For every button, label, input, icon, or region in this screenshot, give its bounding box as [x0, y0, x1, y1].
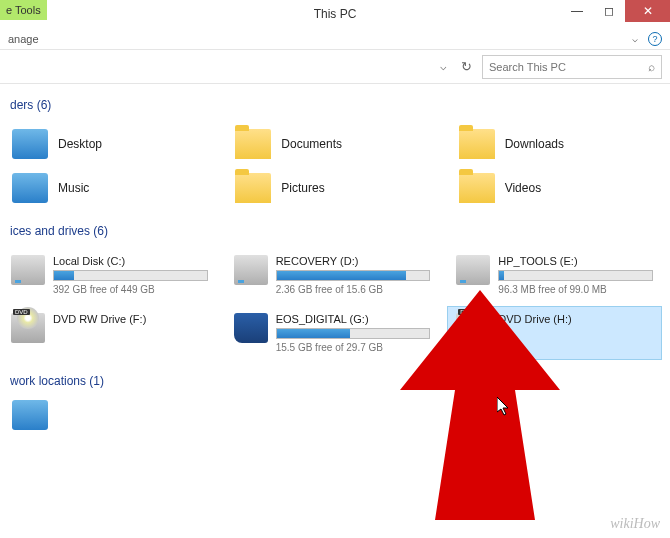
ribbon-expand-icon[interactable]: ⌵	[632, 33, 638, 44]
drive-info: 392 GB free of 449 GB	[53, 284, 208, 295]
folder-label: Desktop	[58, 137, 102, 151]
titlebar: e Tools This PC — ◻ ✕	[0, 0, 670, 28]
drive-name: EOS_DIGITAL (G:)	[276, 313, 431, 325]
drive-dvd-h[interactable]: DVD DVD Drive (H:)	[447, 306, 662, 360]
drive-usage-bar	[276, 270, 431, 281]
dvd-icon: DVD	[456, 313, 490, 343]
drive-name: Local Disk (C:)	[53, 255, 208, 267]
drives-grid: Local Disk (C:) 392 GB free of 449 GB RE…	[0, 242, 670, 370]
dropdown-icon[interactable]: ⌵	[436, 58, 451, 75]
drive-info: 2.36 GB free of 15.6 GB	[276, 284, 431, 295]
search-box[interactable]: ⌕	[482, 55, 662, 79]
watermark: wikiHow	[610, 516, 660, 532]
folder-icon	[459, 129, 495, 159]
hdd-icon	[11, 255, 45, 285]
window-controls: — ◻ ✕	[561, 0, 670, 22]
sd-card-icon	[234, 313, 268, 343]
folder-icon	[235, 129, 271, 159]
drive-local-c[interactable]: Local Disk (C:) 392 GB free of 449 GB	[2, 248, 217, 302]
refresh-icon[interactable]: ↻	[457, 57, 476, 76]
folder-label: Documents	[281, 137, 342, 151]
drive-usage-bar	[498, 270, 653, 281]
desktop-icon	[12, 129, 48, 159]
search-icon[interactable]: ⌕	[648, 60, 655, 74]
drive-hptools-e[interactable]: HP_TOOLS (E:) 96.3 MB free of 99.0 MB	[447, 248, 662, 302]
folder-label: Videos	[505, 181, 541, 195]
content-area: ders (6) Desktop Documents Downloads Mus…	[0, 84, 670, 448]
help-icon[interactable]: ?	[648, 32, 662, 46]
drive-name: DVD RW Drive (F:)	[53, 313, 208, 325]
maximize-button[interactable]: ◻	[593, 0, 625, 22]
menubar: anage ⌵ ?	[0, 28, 670, 50]
folder-label: Downloads	[505, 137, 564, 151]
folder-pictures[interactable]: Pictures	[223, 166, 446, 210]
folder-music[interactable]: Music	[0, 166, 223, 210]
folder-videos[interactable]: Videos	[447, 166, 670, 210]
drive-name: DVD Drive (H:)	[498, 313, 653, 325]
hdd-icon	[456, 255, 490, 285]
ribbon-tab-tools[interactable]: e Tools	[0, 0, 47, 20]
drive-dvdrw-f[interactable]: DVD DVD RW Drive (F:)	[2, 306, 217, 360]
music-icon	[12, 173, 48, 203]
folder-documents[interactable]: Documents	[223, 122, 446, 166]
drive-name: RECOVERY (D:)	[276, 255, 431, 267]
drive-eos-g[interactable]: EOS_DIGITAL (G:) 15.5 GB free of 29.7 GB	[225, 306, 440, 360]
folder-icon	[235, 173, 271, 203]
drive-recovery-d[interactable]: RECOVERY (D:) 2.36 GB free of 15.6 GB	[225, 248, 440, 302]
folder-icon	[459, 173, 495, 203]
section-header-folders[interactable]: ders (6)	[0, 94, 670, 116]
addressbar: ⌵ ↻ ⌕	[0, 50, 670, 84]
network-icon	[12, 400, 48, 430]
drive-usage-bar	[53, 270, 208, 281]
drive-info: 96.3 MB free of 99.0 MB	[498, 284, 653, 295]
search-input[interactable]	[489, 61, 648, 73]
minimize-button[interactable]: —	[561, 0, 593, 22]
drive-usage-bar	[276, 328, 431, 339]
folders-grid: Desktop Documents Downloads Music Pictur…	[0, 116, 670, 220]
folder-label: Music	[58, 181, 89, 195]
close-button[interactable]: ✕	[625, 0, 670, 22]
folder-downloads[interactable]: Downloads	[447, 122, 670, 166]
section-header-network[interactable]: work locations (1)	[0, 370, 670, 392]
section-header-drives[interactable]: ices and drives (6)	[0, 220, 670, 242]
drive-info: 15.5 GB free of 29.7 GB	[276, 342, 431, 353]
folder-label: Pictures	[281, 181, 324, 195]
network-location-item[interactable]	[0, 392, 670, 438]
menu-item-manage[interactable]: anage	[4, 31, 43, 47]
hdd-icon	[234, 255, 268, 285]
dvd-icon: DVD	[11, 313, 45, 343]
drive-name: HP_TOOLS (E:)	[498, 255, 653, 267]
folder-desktop[interactable]: Desktop	[0, 122, 223, 166]
window-title: This PC	[314, 7, 357, 21]
